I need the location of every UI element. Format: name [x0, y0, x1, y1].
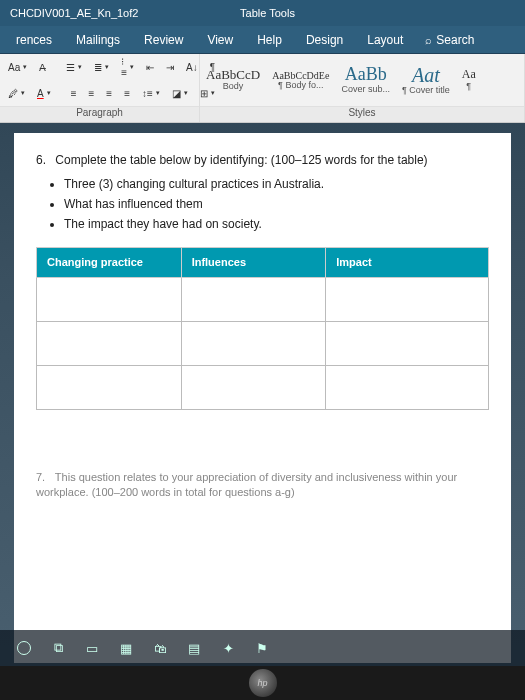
search-icon: ⌕: [425, 34, 432, 46]
answer-table[interactable]: Changing practice Influences Impact: [36, 247, 489, 410]
line-spacing-button[interactable]: ↕≡▾: [138, 86, 164, 101]
title-bar: CHCDIV001_AE_Kn_1of2 Table Tools: [0, 0, 525, 26]
app-icon[interactable]: ▤: [184, 638, 204, 658]
list-item: Three (3) changing cultural practices in…: [64, 175, 489, 193]
change-case-button[interactable]: Aa▾: [4, 60, 31, 75]
numbering-button[interactable]: ≣▾: [90, 60, 113, 75]
menu-bar: rences Mailings Review View Help Design …: [0, 26, 525, 54]
decrease-indent-button[interactable]: ⇤: [142, 60, 158, 75]
document-page[interactable]: 6. Complete the table below by identifyi…: [14, 133, 511, 663]
ribbon-group-label: Styles: [200, 106, 524, 122]
list-item: The impact they have had on society.: [64, 215, 489, 233]
document-title: CHCDIV001_AE_Kn_1of2: [0, 7, 182, 19]
list-item: What has influenced them: [64, 195, 489, 213]
table-row[interactable]: [37, 321, 489, 365]
task-view-icon[interactable]: ⧉: [48, 638, 68, 658]
multilevel-button[interactable]: ⁝≡▾: [117, 54, 138, 80]
align-center-button[interactable]: ≡: [85, 86, 99, 101]
style-cover-title[interactable]: Aat ¶ Cover title: [396, 62, 456, 98]
align-left-button[interactable]: ≡: [67, 86, 81, 101]
tab-design[interactable]: Design: [294, 33, 355, 47]
context-tab-label: Table Tools: [182, 7, 354, 19]
ribbon: Aa▾ A̶ ☰▾ ≣▾ ⁝≡▾ ⇤ ⇥ A↓ ¶ 🖉▾ A▾ ≡ ≡ ≡ ≡ …: [0, 54, 525, 123]
tab-review[interactable]: Review: [132, 33, 195, 47]
store-icon[interactable]: 🛍: [150, 638, 170, 658]
table-header-row: Changing practice Influences Impact: [37, 248, 489, 278]
tab-mailings[interactable]: Mailings: [64, 33, 132, 47]
tab-help[interactable]: Help: [245, 33, 294, 47]
style-more[interactable]: Aa ¶: [456, 66, 482, 93]
increase-indent-button[interactable]: ⇥: [162, 60, 178, 75]
tab-layout[interactable]: Layout: [355, 33, 415, 47]
tab-view[interactable]: View: [195, 33, 245, 47]
tab-references[interactable]: rences: [4, 33, 64, 47]
clear-formatting-button[interactable]: A̶: [35, 60, 50, 75]
question-6: 6. Complete the table below by identifyi…: [36, 151, 489, 169]
bullets-button[interactable]: ☰▾: [62, 60, 86, 75]
question-7: 7. This question relates to your appreci…: [36, 470, 489, 501]
question-6-bullets: Three (3) changing cultural practices in…: [64, 175, 489, 233]
laptop-bezel: hp: [0, 666, 525, 700]
shading-button[interactable]: ◪▾: [168, 86, 192, 101]
ribbon-group-label: Paragraph: [0, 106, 199, 122]
ribbon-group-paragraph: Aa▾ A̶ ☰▾ ≣▾ ⁝≡▾ ⇤ ⇥ A↓ ¶ 🖉▾ A▾ ≡ ≡ ≡ ≡ …: [0, 54, 200, 122]
col-impact: Impact: [326, 248, 489, 278]
style-body[interactable]: AaBbCcD Body: [200, 66, 266, 94]
justify-button[interactable]: ≡: [120, 86, 134, 101]
search-box[interactable]: ⌕ Search: [415, 33, 484, 47]
ribbon-group-styles: AaBbCcD Body AaBbCcDdEe ¶ Body fo... AaB…: [200, 54, 525, 122]
col-influences: Influences: [181, 248, 326, 278]
highlight-button[interactable]: 🖉▾: [4, 86, 29, 101]
table-row[interactable]: [37, 277, 489, 321]
app-icon[interactable]: ✦: [218, 638, 238, 658]
style-cover-sub[interactable]: AaBb Cover sub...: [335, 63, 396, 97]
sort-button[interactable]: A↓: [182, 60, 202, 75]
font-color-button[interactable]: A▾: [33, 86, 55, 101]
search-label: Search: [436, 33, 474, 47]
align-right-button[interactable]: ≡: [102, 86, 116, 101]
style-body-formal[interactable]: AaBbCcDdEe ¶ Body fo...: [266, 68, 335, 93]
taskbar: ⧉ ▭ ▦ 🛍 ▤ ✦ ⚑: [0, 630, 525, 666]
explorer-icon[interactable]: ▭: [82, 638, 102, 658]
app-icon[interactable]: ⚑: [252, 638, 272, 658]
app-icon[interactable]: ▦: [116, 638, 136, 658]
hp-logo: hp: [249, 669, 277, 697]
table-row[interactable]: [37, 365, 489, 409]
col-changing-practice: Changing practice: [37, 248, 182, 278]
search-icon[interactable]: [14, 638, 34, 658]
